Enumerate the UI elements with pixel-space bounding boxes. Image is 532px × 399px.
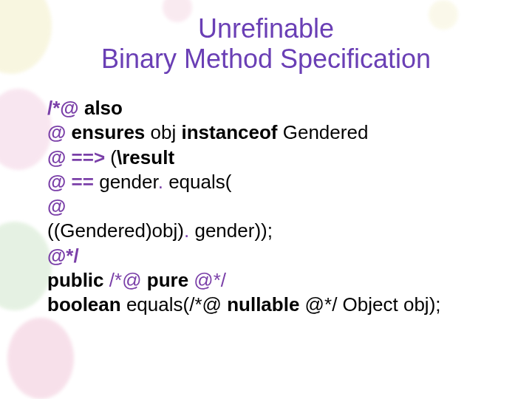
kw-pure: pure <box>147 269 188 291</box>
jml-at: @ <box>47 121 72 143</box>
code-text: @*/ Object obj); <box>299 293 440 316</box>
code-text: Gendered <box>278 121 369 143</box>
kw-boolean: boolean <box>47 293 121 316</box>
jml-inline: @*/ <box>188 269 226 291</box>
jml-inline: /*@ <box>104 269 147 291</box>
code-line: @ <box>47 194 491 219</box>
code-text: equals(/*@ <box>121 293 227 316</box>
decorative-shape <box>7 318 74 399</box>
code-text: ((Gendered)obj) <box>47 219 184 242</box>
code-line: @ ==> (\result <box>47 146 491 170</box>
kw-instanceof: instanceof <box>181 121 277 143</box>
code-text: gender)); <box>189 219 273 242</box>
code-line: /*@ also <box>47 96 491 120</box>
code-text: obj <box>145 121 181 143</box>
jml-at: @ <box>47 146 72 168</box>
code-line: boolean equals(/*@ nullable @*/ Object o… <box>47 293 491 317</box>
code-text: gender <box>94 171 158 193</box>
decorative-shape <box>0 89 52 170</box>
dot: . <box>158 171 163 193</box>
code-line: @ ensures obj instanceof Gendered <box>47 120 491 145</box>
jml-close: @*/ <box>47 245 79 267</box>
code-text: ( <box>105 146 117 168</box>
code-line: ((Gendered)obj). gender)); <box>47 219 491 243</box>
kw-nullable: nullable <box>227 293 299 316</box>
slide-title: Unrefinable Binary Method Specification <box>0 13 532 75</box>
jml-at: @ <box>47 171 72 193</box>
kw-result: \result <box>117 146 174 168</box>
slide-container: Unrefinable Binary Method Specification … <box>0 0 532 399</box>
op-eq: == <box>72 171 94 193</box>
kw-public: public <box>47 269 104 291</box>
jml-at: @ <box>47 195 66 217</box>
title-line-1: Unrefinable <box>198 13 334 44</box>
kw-ensures: ensures <box>72 121 146 143</box>
decorative-shape <box>0 222 52 310</box>
code-block: /*@ also @ ensures obj instanceof Gender… <box>47 96 491 317</box>
code-line: @*/ <box>47 244 491 268</box>
title-line-2: Binary Method Specification <box>101 44 431 74</box>
jml-open: /*@ <box>47 97 84 119</box>
op-implies: ==> <box>72 146 106 168</box>
code-line: @ == gender. equals( <box>47 170 491 194</box>
kw-also: also <box>84 97 123 119</box>
code-text: equals( <box>163 171 232 193</box>
code-line: public /*@ pure @*/ <box>47 268 491 293</box>
